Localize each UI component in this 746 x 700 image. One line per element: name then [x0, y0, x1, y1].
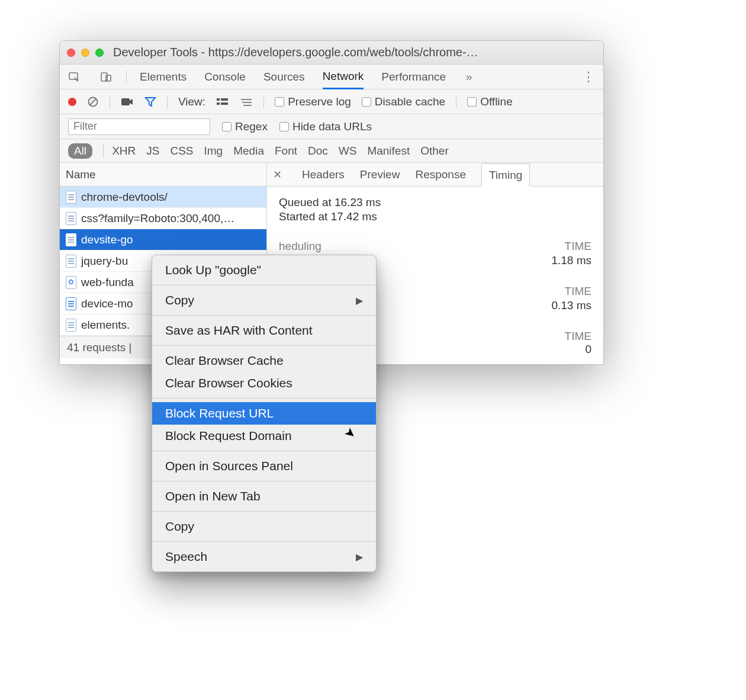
type-filter-bar: All XHR JS CSS Img Media Font Doc WS Man… [60, 139, 603, 163]
file-icon [66, 212, 76, 225]
context-menu-item[interactable]: Block Request URL [152, 402, 376, 425]
context-menu-item[interactable]: Clear Browser Cookies [152, 372, 376, 394]
timing-value: 0.13 ms [551, 299, 591, 312]
context-menu-item[interactable]: Look Up "google" [152, 259, 376, 281]
hide-data-urls-checkbox[interactable]: Hide data URLs [279, 120, 372, 133]
tab-performance[interactable]: Performance [381, 65, 446, 88]
filter-bar: Regex Hide data URLs [60, 114, 603, 139]
context-menu-item[interactable]: Speech▶ [152, 545, 376, 568]
tab-elements[interactable]: Elements [140, 65, 186, 88]
time-column-label: TIME [565, 285, 591, 298]
view-small-icon[interactable] [240, 97, 253, 107]
tab-console[interactable]: Console [204, 65, 246, 88]
type-other[interactable]: Other [420, 145, 449, 158]
type-js[interactable]: JS [146, 145, 159, 158]
window-close-button[interactable] [67, 49, 75, 57]
detail-tab-preview[interactable]: Preview [360, 163, 400, 185]
name-header[interactable]: Name [60, 163, 266, 187]
close-icon[interactable]: ✕ [273, 168, 282, 181]
type-xhr[interactable]: XHR [112, 145, 136, 158]
chevron-right-icon: ▶ [356, 551, 363, 563]
context-menu-item[interactable]: Clear Browser Cache [152, 349, 376, 372]
svg-rect-4 [121, 98, 130, 105]
tab-sources[interactable]: Sources [263, 65, 305, 88]
svg-rect-5 [217, 98, 220, 101]
window-maximize-button[interactable] [95, 49, 104, 57]
svg-rect-9 [241, 99, 252, 100]
tab-network[interactable]: Network [323, 65, 364, 89]
svg-rect-8 [221, 102, 228, 105]
svg-rect-6 [217, 102, 220, 105]
camera-icon[interactable] [121, 97, 134, 107]
timing-value: 0 [585, 343, 591, 356]
inspect-icon[interactable] [67, 70, 81, 84]
svg-rect-11 [243, 105, 252, 106]
context-menu-item[interactable]: Copy▶ [152, 289, 376, 312]
tabs-overflow[interactable]: » [466, 70, 472, 84]
detail-tabs: ✕ Headers Preview Response Timing [267, 163, 603, 187]
type-doc[interactable]: Doc [308, 145, 328, 158]
image-file-icon [66, 297, 76, 310]
type-ws[interactable]: WS [339, 145, 357, 158]
type-css[interactable]: CSS [170, 145, 193, 158]
devtools-menu-icon[interactable]: ⋮ [582, 69, 595, 85]
offline-checkbox[interactable]: Offline [467, 95, 513, 108]
gear-file-icon [66, 276, 76, 289]
timing-section-label: heduling [279, 240, 321, 253]
svg-rect-10 [242, 102, 252, 103]
request-row[interactable]: devsite-go [60, 229, 266, 251]
file-icon [66, 319, 76, 332]
context-menu-item[interactable]: Copy [152, 515, 376, 538]
queued-text: Queued at 16.23 ms [279, 196, 591, 209]
svg-rect-0 [69, 73, 78, 79]
type-manifest[interactable]: Manifest [367, 145, 410, 158]
request-row[interactable]: chrome-devtools/ [60, 187, 266, 208]
chevron-right-icon: ▶ [356, 295, 363, 306]
main-tabs: Elements Console Sources Network Perform… [60, 65, 603, 89]
record-icon[interactable] [68, 98, 76, 106]
disable-cache-checkbox[interactable]: Disable cache [362, 95, 445, 108]
filter-input[interactable] [68, 118, 210, 135]
window-title: Developer Tools - https://developers.goo… [113, 46, 596, 59]
preserve-log-checkbox[interactable]: Preserve log [275, 95, 351, 108]
request-row[interactable]: css?family=Roboto:300,400,… [60, 208, 266, 229]
time-column-label: TIME [565, 330, 591, 343]
type-media[interactable]: Media [233, 145, 264, 158]
file-icon [66, 191, 76, 204]
detail-tab-headers[interactable]: Headers [302, 163, 345, 185]
network-toolbar: View: Preserve log Disable cache Offline [60, 89, 603, 114]
context-menu: Look Up "google"Copy▶Save as HAR with Co… [152, 255, 377, 572]
timing-value: 1.18 ms [551, 254, 591, 267]
detail-tab-timing[interactable]: Timing [481, 163, 530, 187]
started-text: Started at 17.42 ms [279, 210, 591, 223]
type-font[interactable]: Font [275, 145, 297, 158]
titlebar: Developer Tools - https://developers.goo… [60, 41, 603, 65]
file-icon [66, 255, 76, 268]
view-label: View: [178, 95, 205, 108]
detail-tab-response[interactable]: Response [415, 163, 466, 185]
window-minimize-button[interactable] [81, 49, 89, 57]
context-menu-item[interactable]: Open in New Tab [152, 485, 376, 508]
clear-icon[interactable] [87, 96, 99, 108]
svg-rect-7 [221, 98, 228, 101]
type-img[interactable]: Img [204, 145, 223, 158]
type-all[interactable]: All [68, 143, 92, 159]
view-large-icon[interactable] [216, 97, 229, 107]
time-column-label: TIME [565, 240, 591, 253]
regex-checkbox[interactable]: Regex [222, 120, 268, 133]
file-icon [66, 233, 76, 246]
device-mode-icon[interactable] [99, 70, 113, 84]
context-menu-item[interactable]: Save as HAR with Content [152, 319, 376, 342]
context-menu-item[interactable]: Open in Sources Panel [152, 455, 376, 477]
filter-icon[interactable] [144, 97, 156, 107]
